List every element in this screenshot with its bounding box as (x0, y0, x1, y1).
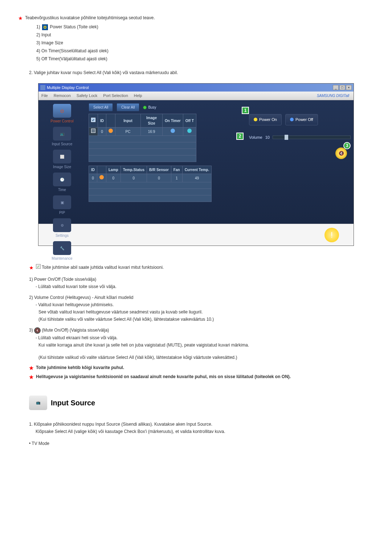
desc-item-1: 1) Power On/Off (Toide sisse/välja) - Lü… (29, 276, 374, 290)
power-off-button[interactable]: Power Off (285, 114, 318, 125)
power-status-dot (109, 129, 113, 133)
step-2: 2. Valige juhitav kuvar nupu Select All … (29, 69, 374, 76)
menu-help[interactable]: Help (134, 93, 142, 99)
minimize-button[interactable]: _ (333, 85, 339, 90)
section-input-source: 📺 Input Source (29, 396, 374, 410)
close-button[interactable]: × (346, 85, 352, 90)
header-checkbox[interactable] (91, 118, 95, 122)
menu-remocon[interactable]: Remocon (54, 93, 71, 99)
star-icon: ★ (29, 373, 34, 381)
warning-icon: ! (324, 228, 339, 242)
desc-item-2: 2) Volume Control (Helitugevus) - Ainult… (29, 294, 374, 323)
maximize-button[interactable]: □ (339, 85, 345, 90)
menu-port-selection[interactable]: Port Selection (103, 93, 128, 99)
checkbox-icon (36, 264, 41, 269)
sidebar-item-time[interactable]: 🕐 Time (40, 173, 84, 193)
image-size-icon: ⬜ (53, 150, 71, 163)
mute-speaker-icon: 🔇 (34, 327, 41, 334)
app-icon (40, 85, 45, 90)
sidebar: ⏻ Power Control 📺 Input Source ⬜ Image S… (38, 100, 86, 224)
sidebar-item-pip[interactable]: ▣ PIP (40, 195, 84, 215)
sidebar-item-image-size[interactable]: ⬜ Image Size (40, 150, 84, 170)
status-table: ID Lamp Temp.Status B/R Sensor Fan Curre… (89, 166, 212, 202)
brand-label: SAMSUNG DIGITall (317, 93, 349, 98)
volume-thumb[interactable] (285, 135, 288, 140)
power-control-icon: ⏻ (53, 104, 71, 118)
info-grid-intro: ★ Teabevõrgustikus kuvatakse põhiline to… (18, 15, 374, 22)
note-2: ★ Helitugevuse ja vaigistamise funktsioo… (29, 373, 374, 381)
busy-dot-icon (143, 106, 147, 109)
volume-slider[interactable] (273, 135, 351, 139)
star-icon: ★ (18, 15, 23, 22)
mute-button[interactable]: 🔇 (335, 147, 347, 159)
off-timer-dot (187, 129, 192, 133)
clear-all-button[interactable]: Clear All (117, 103, 139, 112)
main-area: Select All Clear All Busy ID (86, 100, 354, 224)
footer-strip: ! (38, 224, 354, 246)
status-dot (99, 175, 104, 179)
maintenance-icon: 🔧 (53, 241, 71, 255)
callout-1: 1 (242, 107, 249, 114)
menu-file[interactable]: File (41, 93, 48, 99)
volume-control: Volume 10 (249, 134, 351, 141)
input-source-icon: 📺 (53, 127, 71, 141)
callout-3: 3 (343, 142, 351, 149)
power-off-dot-icon (290, 118, 294, 121)
select-all-button[interactable]: Select All (89, 103, 113, 112)
sidebar-item-settings[interactable]: ⚙ Settings (40, 218, 84, 238)
app-screenshot: Multiple Display Control _ □ × File Remo… (38, 83, 354, 246)
sidebar-item-power-control[interactable]: ⏻ Power Control (40, 104, 84, 124)
power-on-button[interactable]: Power On (249, 114, 282, 125)
star-icon: ★ (29, 364, 34, 372)
status-header-icon (106, 114, 115, 127)
menu-safety-lock[interactable]: Safety Lock (77, 93, 97, 99)
intro-sublist: 1) Power Status (Toite olek) 2) Input 3)… (36, 24, 374, 62)
window-titlebar: Multiple Display Control _ □ × (38, 84, 354, 92)
control-intro: ★ Toite juhtimise abil saate juhtida val… (29, 264, 374, 272)
final-steps: 1. Klõpsake põhiikoonidest nuppu Input S… (29, 421, 374, 447)
menubar: File Remocon Safety Lock Port Selection … (38, 92, 354, 100)
note-1: ★ Toite juhtimine kehtib kõigi kuvarite … (29, 364, 374, 372)
callout-2: 2 (236, 133, 244, 140)
power-on-dot-icon (254, 118, 257, 121)
sidebar-item-maintenance[interactable]: 🔧 Maintenance (40, 241, 84, 261)
row-checkbox[interactable] (91, 129, 95, 133)
desc-item-3: 3) 🔇 (Mute On/Off) (Vaigista sisse/välja… (29, 327, 374, 361)
star-icon: ★ (29, 264, 34, 272)
table-row[interactable]: 0 PC 16:9 (89, 127, 196, 136)
settings-icon: ⚙ (53, 218, 71, 232)
window-title: Multiple Display Control (47, 85, 89, 91)
time-icon: 🕐 (53, 173, 71, 186)
sidebar-item-input-source[interactable]: 📺 Input Source (40, 127, 84, 147)
busy-indicator: Busy (143, 105, 156, 110)
display-table: ID Input Image Size On Timer Off T 0 (89, 114, 196, 162)
input-source-section-icon: 📺 (29, 396, 47, 410)
power-status-icon (42, 24, 48, 30)
on-timer-dot (171, 129, 175, 133)
table-row[interactable]: 0 0 0 0 1 49 (89, 174, 212, 182)
pip-icon: ▣ (53, 195, 71, 209)
